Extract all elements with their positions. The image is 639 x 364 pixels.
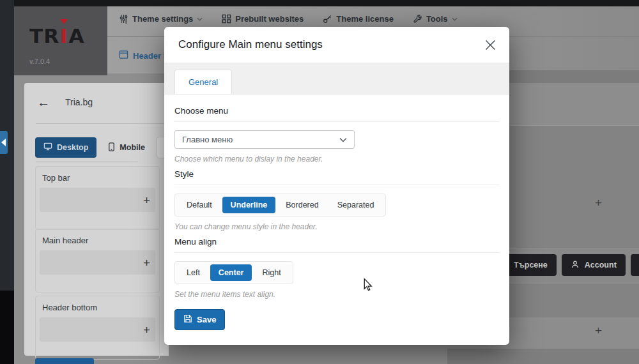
nav-label: Tools [426, 14, 448, 24]
divider [174, 252, 499, 253]
menu-select[interactable]: Главно меню [174, 130, 355, 149]
tab-general[interactable]: General [174, 70, 232, 94]
button-label: Account [585, 261, 617, 269]
logo-text: TR [29, 24, 59, 47]
chevron-down-icon [197, 17, 203, 21]
modal-tabstrip: General [164, 63, 509, 95]
style-help: You can change menu style in the header. [174, 222, 499, 231]
style-option-bordered[interactable]: Bordered [277, 197, 327, 213]
add-element-icon[interactable]: + [143, 257, 150, 269]
chevron-down-icon [452, 17, 458, 21]
divider [36, 123, 169, 124]
nav-label: Theme license [336, 14, 394, 24]
logo-triangle-icon [60, 19, 68, 24]
dropzone-main-header[interactable]: + [40, 250, 155, 275]
nav-tools[interactable]: Tools [413, 14, 458, 24]
align-option-left[interactable]: Left [178, 264, 208, 281]
section-header-bottom: Header bottom + [35, 296, 160, 360]
person-icon [571, 260, 580, 271]
menu-align-label: Menu align [174, 237, 499, 246]
logo-panel: TRIA v.7.0.4 [14, 6, 107, 75]
align-help: Set the menu items text align. [174, 290, 499, 299]
button-label: Desktop [57, 143, 88, 152]
nav-theme-license[interactable]: Theme license [323, 14, 394, 24]
theme-top-nav: Theme settings Prebuilt websites Theme l… [119, 14, 458, 24]
wp-admin-sidebar-footer [0, 291, 14, 364]
top-black-strip [0, 0, 639, 6]
add-element-icon[interactable]: + [143, 194, 150, 206]
dropzone-header-bottom[interactable]: + [40, 317, 155, 342]
tab-header-builder[interactable]: Header b [119, 50, 169, 61]
section-title: Header bottom [36, 296, 159, 317]
account-button[interactable]: Account [562, 254, 626, 276]
mouse-cursor [363, 278, 374, 294]
choose-menu-help: Choose which menu to dislay in the heade… [174, 155, 499, 163]
wrench-icon [413, 14, 422, 24]
sliders-icon [119, 14, 128, 24]
logo-red-i: I [60, 24, 68, 47]
save-button[interactable]: Save [174, 309, 225, 330]
search-button[interactable]: Търсене [505, 254, 557, 276]
monitor-icon [43, 142, 52, 153]
chevron-left-icon [1, 139, 6, 146]
button-label: Mobile [119, 143, 145, 152]
divider [36, 161, 138, 162]
save-floppy-icon [183, 314, 192, 325]
divider [174, 121, 499, 122]
modal-title: Configure Main menu settings [178, 38, 323, 51]
style-option-underline[interactable]: Underline [222, 197, 276, 213]
header-builder-panel: ← Tria.bg Desktop Mobile Se Top bar + Ma… [24, 83, 169, 356]
style-button-group: Default Underline Bordered Separated [174, 193, 386, 216]
preview-band [447, 349, 639, 364]
logo-text: A [69, 24, 85, 47]
align-button-group: Left Center Right [174, 261, 293, 284]
key-icon [323, 14, 332, 24]
shop-header-preview: Търсене Account Wishlist [505, 254, 639, 276]
nav-prebuilt-websites[interactable]: Prebuilt websites [222, 14, 304, 24]
configure-main-menu-modal: Configure Main menu settings General Cho… [164, 27, 509, 345]
choose-menu-label: Choose menu [174, 106, 499, 116]
selected-menu-value: Главно меню [182, 135, 233, 144]
site-name: Tria.bg [65, 97, 93, 107]
nav-theme-settings[interactable]: Theme settings [119, 14, 203, 24]
modal-body: Choose menu Главно меню Choose which men… [164, 95, 509, 330]
dropzone-top-bar[interactable]: + [40, 188, 155, 212]
nav-label: Prebuilt websites [235, 14, 304, 24]
style-label: Style [174, 169, 499, 179]
close-icon[interactable] [482, 37, 498, 52]
section-main-header: Main header + [35, 229, 160, 292]
nav-label: Theme settings [132, 14, 193, 24]
button-label: Търсене [514, 261, 548, 269]
sidebar-collapse-button[interactable] [0, 131, 8, 154]
bottom-action-button-partial[interactable] [35, 358, 94, 364]
section-title: Top bar [36, 167, 159, 188]
section-top-bar: Top bar + [35, 166, 160, 230]
phone-icon [108, 142, 115, 153]
add-element-icon[interactable]: + [595, 197, 602, 209]
align-option-center[interactable]: Center [210, 264, 252, 281]
section-title: Main header [36, 229, 159, 250]
desktop-toggle-button[interactable]: Desktop [35, 137, 96, 158]
add-element-icon[interactable]: + [143, 324, 150, 336]
grid-icon [222, 14, 231, 24]
mobile-toggle-button[interactable]: Mobile [104, 137, 149, 158]
button-label: Save [197, 315, 216, 324]
divider [174, 185, 499, 185]
chevron-down-icon [339, 135, 347, 144]
style-option-separated[interactable]: Separated [329, 197, 383, 213]
tria-logo: TRIA [29, 24, 85, 47]
modal-header: Configure Main menu settings [164, 27, 509, 63]
window-icon [119, 50, 128, 61]
style-option-default[interactable]: Default [178, 197, 220, 213]
wishlist-button[interactable]: Wishlist [631, 254, 639, 276]
theme-version: v.7.0.4 [29, 57, 50, 65]
align-option-right[interactable]: Right [254, 264, 289, 281]
tab-label: Header b [133, 51, 169, 61]
back-arrow-icon[interactable]: ← [37, 96, 50, 109]
add-element-icon[interactable]: + [595, 324, 602, 337]
